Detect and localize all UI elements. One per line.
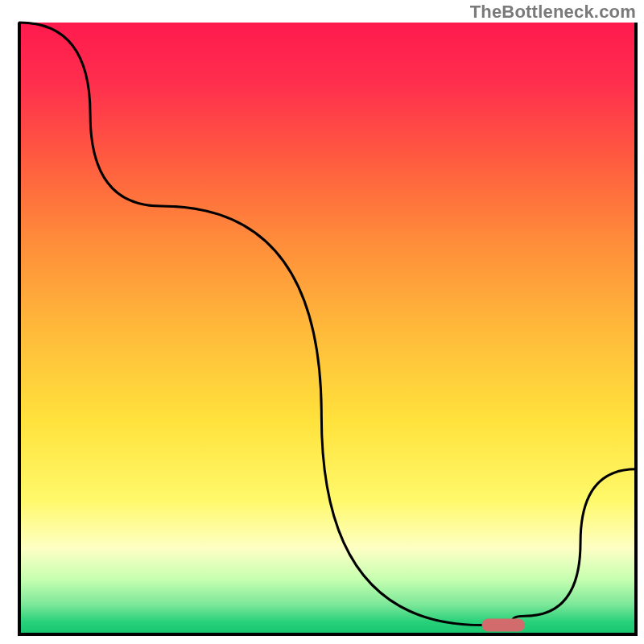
chart-frame: TheBottleneck.com (0, 0, 644, 644)
watermark-text: TheBottleneck.com (470, 2, 636, 23)
chart-canvas (0, 0, 644, 644)
optimal-marker (482, 619, 526, 632)
gradient-background (19, 23, 636, 634)
